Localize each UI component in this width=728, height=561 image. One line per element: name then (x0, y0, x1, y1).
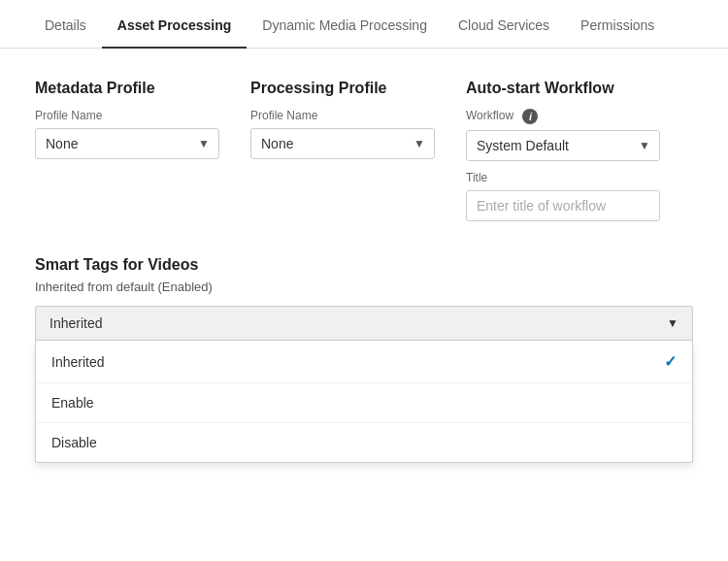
smart-tags-selected-value: Inherited (50, 315, 102, 331)
smart-tags-dropdown-trigger[interactable]: Inherited ▼ (35, 306, 693, 341)
workflow-select-wrapper: System Default ▼ (466, 130, 660, 161)
inherited-status-label: Inherited from default (Enabled) (35, 280, 693, 294)
metadata-profile-label: Profile Name (35, 109, 219, 122)
smart-tags-chevron-icon: ▼ (667, 316, 678, 330)
title-field-label: Title (466, 171, 660, 184)
dropdown-item-enable-label: Enable (51, 395, 94, 411)
metadata-profile-select[interactable]: None (35, 128, 219, 159)
workflow-select[interactable]: System Default (466, 130, 660, 161)
auto-start-workflow-col: Auto-start Workflow Workflow i System De… (466, 80, 660, 221)
dropdown-item-inherited-label: Inherited (51, 354, 104, 370)
smart-tags-dropdown-list: Inherited ✓ Enable Disable (35, 341, 693, 463)
processing-profile-select[interactable]: None (250, 128, 435, 159)
dropdown-item-inherited-checkmark: ✓ (664, 352, 677, 371)
processing-profile-col: Processing Profile Profile Name None ▼ (250, 80, 435, 159)
smart-tags-heading: Smart Tags for Videos (35, 256, 693, 274)
dropdown-item-disable[interactable]: Disable (36, 423, 692, 462)
processing-profile-select-wrapper: None ▼ (250, 128, 435, 159)
metadata-profile-select-wrapper: None ▼ (35, 128, 219, 159)
processing-profile-label: Profile Name (250, 109, 435, 122)
processing-profile-heading: Processing Profile (250, 80, 435, 97)
title-input[interactable] (466, 190, 660, 221)
smart-tags-section: Smart Tags for Videos Inherited from def… (35, 256, 693, 463)
tab-dynamic-media-processing[interactable]: Dynamic Media Processing (247, 0, 443, 49)
metadata-profile-col: Metadata Profile Profile Name None ▼ (35, 80, 219, 159)
dropdown-item-inherited[interactable]: Inherited ✓ (36, 341, 692, 383)
tab-permissions[interactable]: Permissions (565, 0, 670, 49)
workflow-info-icon[interactable]: i (522, 109, 538, 124)
title-field: Title (466, 171, 660, 221)
workflow-field-label: Workflow i (466, 109, 660, 124)
auto-start-workflow-heading: Auto-start Workflow (466, 80, 660, 97)
tabs-nav: Details Asset Processing Dynamic Media P… (0, 0, 728, 49)
tab-cloud-services[interactable]: Cloud Services (443, 0, 565, 49)
profiles-row: Metadata Profile Profile Name None ▼ Pro… (35, 80, 693, 221)
tab-details[interactable]: Details (29, 0, 102, 49)
tab-asset-processing[interactable]: Asset Processing (102, 0, 248, 49)
dropdown-item-enable[interactable]: Enable (36, 383, 692, 423)
dropdown-item-disable-label: Disable (51, 435, 97, 450)
content-area: Metadata Profile Profile Name None ▼ Pro… (0, 49, 728, 494)
metadata-profile-heading: Metadata Profile (35, 80, 219, 97)
